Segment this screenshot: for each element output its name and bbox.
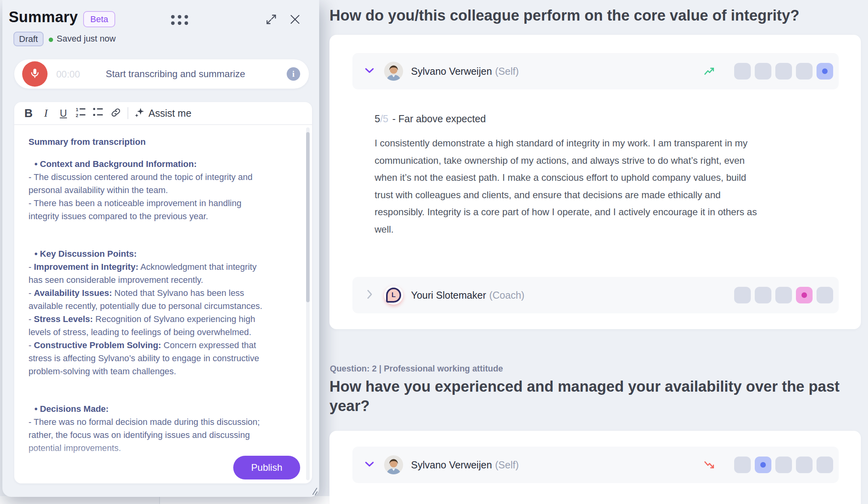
editor-paragraph: - Improvement in Integrity: Acknowledgme… [29, 260, 266, 286]
assist-me-label: Assist me [148, 108, 191, 119]
assist-me-button[interactable]: Assist me [134, 107, 191, 119]
expand-icon [265, 13, 278, 28]
question2-meta: Question: 2 | Professional working attit… [330, 364, 503, 374]
recording-timer: 00:00 [56, 69, 80, 80]
editor-paragraph: • Decisions Made: [29, 402, 272, 415]
answer-row-sylvano-q2[interactable]: Sylvano Verweijen(Self) [352, 447, 839, 483]
rating-squares [734, 287, 833, 303]
rating-square-5[interactable] [817, 287, 833, 303]
sparkle-icon [134, 107, 145, 119]
score-max: /5 [380, 113, 388, 124]
trend-down-icon [702, 459, 718, 470]
editor-paragraph: • Context and Background Information: [29, 157, 272, 171]
summary-editor-content[interactable]: Summary from transcription• Context and … [14, 125, 305, 483]
publish-button[interactable]: Publish [233, 456, 300, 479]
record-button[interactable] [22, 61, 48, 87]
rating-square-1[interactable] [734, 287, 751, 303]
editor-paragraph: • Key Discussion Points: [29, 247, 272, 260]
ordered-list-button[interactable]: 1 2 [72, 105, 89, 121]
svg-text:2: 2 [76, 113, 78, 118]
page-bottom-strip [0, 496, 329, 504]
collapse-button[interactable] [364, 68, 375, 75]
trend-up-icon [702, 66, 718, 77]
reviewer-name: Sylvano Verweijen(Self) [411, 459, 702, 471]
rating-square-4[interactable] [796, 457, 813, 473]
page: Summary Beta Draft Saved just now [0, 0, 868, 504]
rating-square-3[interactable] [775, 457, 792, 473]
score-line: 5/5- Far above expected [375, 113, 486, 125]
underlying-divider [159, 496, 160, 504]
saved-indicator-dot [49, 38, 53, 42]
underlying-sidebar-edge [0, 496, 159, 504]
editor-paragraph: - There has been a noticeable improvemen… [29, 197, 266, 223]
transcribe-bar[interactable]: 00:00 Start transcribing and summarize i [14, 59, 309, 89]
question2-card: Sylvano Verweijen(Self) [329, 431, 861, 504]
rating-square-4[interactable] [796, 287, 813, 303]
avatar [384, 62, 403, 81]
editor-paragraph: - The discussion centered around the top… [29, 171, 266, 197]
coach-logo-avatar: L [384, 286, 403, 305]
italic-button[interactable]: I [37, 105, 55, 121]
question1-title: How do you/this colleague perform on the… [329, 7, 868, 24]
editor-paragraph: - Stress Levels: Recognition of Sylvano … [29, 313, 266, 339]
beta-badge: Beta [83, 11, 115, 27]
chevron-down-icon [365, 461, 374, 469]
bullet-list-icon [92, 106, 104, 120]
rating-square-5[interactable] [817, 457, 833, 473]
rating-square-2[interactable] [755, 63, 771, 80]
panel-resize-handle[interactable] [307, 485, 318, 496]
bullet-list-button[interactable] [89, 105, 107, 121]
rating-squares [734, 63, 833, 80]
bold-button[interactable]: B [20, 105, 37, 121]
reviewer-role: (Coach) [489, 290, 524, 301]
ordered-list-icon: 1 2 [75, 106, 87, 120]
link-icon [110, 107, 121, 119]
expand-button[interactable] [262, 11, 280, 29]
expand-row-button[interactable] [364, 289, 375, 301]
rating-square-4[interactable] [796, 63, 813, 80]
question1-card: Sylvano Verweijen(Self) 5/5- Far above e… [329, 35, 861, 329]
rating-square-2[interactable] [755, 287, 771, 303]
link-button[interactable] [107, 105, 124, 121]
underline-button[interactable]: U [55, 105, 72, 121]
rating-square-1[interactable] [734, 63, 751, 80]
answer-row-sylvano-q1[interactable]: Sylvano Verweijen(Self) [352, 53, 839, 89]
reviewer-role: (Self) [495, 459, 519, 470]
rating-square-5[interactable] [817, 63, 833, 80]
summary-panel: Summary Beta Draft Saved just now [2, 0, 319, 497]
collapse-button[interactable] [364, 461, 375, 469]
rating-square-3[interactable] [775, 287, 792, 303]
answer-row-youri-q1[interactable]: L Youri Slotemaker(Coach) [352, 277, 839, 313]
status-badge: Draft [13, 32, 44, 46]
close-icon [289, 13, 301, 27]
score-label: - Far above expected [392, 113, 486, 124]
editor-paragraph: Summary from transcription [29, 135, 266, 148]
chevron-down-icon [365, 68, 374, 75]
toolbar-divider [128, 107, 128, 119]
rating-square-1[interactable] [734, 457, 751, 473]
rating-squares [734, 457, 833, 473]
score-value: 5 [375, 113, 380, 124]
transcribe-cta-label: Start transcribing and summarize [86, 68, 265, 80]
editor-paragraph: - Constructive Problem Solving: Concern … [29, 339, 266, 378]
summary-editor-card: B I U 1 2 [14, 102, 312, 483]
svg-text:1: 1 [76, 107, 78, 112]
avatar [384, 455, 403, 474]
close-button[interactable] [286, 11, 304, 29]
editor-paragraph: - Availability Issues: Noted that Sylvan… [29, 286, 266, 313]
rating-square-2[interactable] [755, 457, 771, 473]
panel-title: Summary [9, 9, 78, 26]
drag-dots-icon[interactable] [171, 15, 188, 25]
reviewer-name: Sylvano Verweijen(Self) [411, 66, 702, 77]
chevron-right-icon [367, 289, 373, 301]
rating-square-3[interactable] [775, 63, 792, 80]
microphone-icon [29, 67, 41, 81]
answer-body-text: I consistently demonstrate a high standa… [375, 135, 763, 238]
question2-title: How have you experienced and managed you… [329, 377, 860, 416]
editor-toolbar: B I U 1 2 [14, 102, 312, 125]
editor-scrollbar-thumb[interactable] [306, 132, 310, 302]
speech-bubble-clock-icon: L [386, 288, 401, 303]
info-icon[interactable]: i [287, 67, 300, 81]
saved-status-text: Saved just now [57, 34, 116, 44]
reviewer-role: (Self) [495, 66, 519, 77]
